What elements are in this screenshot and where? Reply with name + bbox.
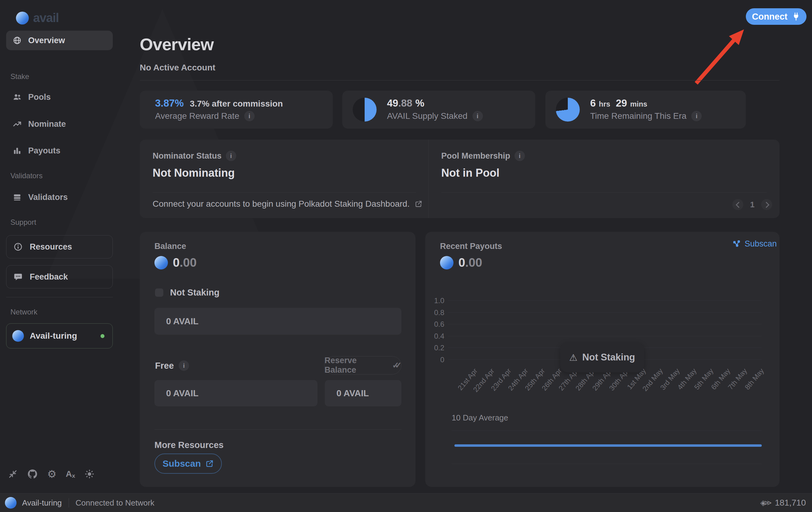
block-count: 181,710 (775, 498, 806, 508)
supply-staked-pie (353, 98, 377, 122)
github-icon[interactable] (27, 469, 38, 480)
external-link-icon[interactable] (414, 200, 423, 208)
balance-amount: 0 (173, 256, 179, 269)
chart-gridline (448, 336, 762, 336)
supply-staked-label: AVAIL Supply Staked (387, 111, 468, 121)
avail-logo-icon (16, 12, 29, 25)
subscan-button[interactable]: Subscan (154, 453, 222, 474)
sidebar-item-label: Resources (30, 242, 72, 252)
era-time-label: Time Remaining This Era (590, 111, 686, 121)
page-title: Overview (140, 34, 213, 54)
reserve-balance-bar: 0 AVAIL (325, 380, 401, 406)
chart-ytick: 1.0 (425, 296, 444, 305)
sidebar-item-resources[interactable]: Resources (6, 235, 113, 259)
sidebar-item-nominate[interactable]: Nominate (6, 114, 113, 134)
stat-card-era-time: 6 hrs 29 mins Time Remaining This Era i (545, 91, 746, 129)
reward-rate-value: 3.87% (155, 97, 184, 109)
sidebar-item-payouts[interactable]: Payouts (6, 141, 113, 160)
brand-wordmark: avail (33, 11, 59, 25)
bar-chart-icon (6, 146, 28, 155)
annotation-arrow (686, 24, 757, 91)
chart-gridline (448, 312, 762, 313)
staking-checkbox[interactable] (155, 289, 163, 297)
sidebar-item-label: Pools (28, 92, 51, 102)
era-hours: 6 (590, 97, 596, 109)
reward-rate-note: 3.7% after commission (190, 99, 283, 109)
reserve-balance-button[interactable]: Reserve Balance ✓✓ (324, 356, 401, 374)
pagination: 1 (732, 199, 772, 210)
network-selector[interactable]: Avail-turing (6, 323, 113, 349)
chart-ytick: 0 (425, 356, 444, 364)
chart-gridline (448, 300, 762, 301)
collapse-sidebar-icon[interactable] (8, 469, 18, 479)
sidebar-divider (6, 297, 113, 297)
not-staking-overlay: ⚠ Not Staking (560, 342, 644, 372)
sidebar-item-validators[interactable]: Validators (6, 187, 113, 207)
chart-gridline (448, 324, 762, 324)
next-page-button[interactable] (761, 199, 772, 210)
info-icon[interactable]: i (226, 151, 236, 161)
sidebar-item-feedback[interactable]: Feedback (6, 265, 113, 289)
chat-bubble-icon (6, 272, 30, 281)
sidebar-item-label: Feedback (30, 272, 68, 282)
prev-page-button[interactable] (732, 199, 743, 210)
bottom-status-bar: Avail-turing Connected to Network ◈≫ 181… (0, 493, 812, 512)
avail-network-icon (5, 497, 17, 509)
sidebar-item-label: Validators (28, 192, 68, 202)
not-staking-label: Not Staking (170, 288, 220, 298)
era-time-pie (556, 98, 580, 122)
active-account-status: No Active Account (140, 63, 215, 72)
supply-staked-value: 49 (387, 97, 398, 109)
globe-icon (6, 36, 28, 45)
network-name: Avail-turing (30, 331, 77, 341)
sidebar-item-overview[interactable]: Overview (6, 31, 113, 50)
info-icon[interactable]: i (244, 111, 255, 121)
chart-ytick: 0.2 (425, 343, 444, 352)
chart-ytick: 0.4 (425, 332, 444, 340)
nominator-status-value: Not Nominating (153, 167, 235, 179)
info-icon[interactable]: i (472, 111, 483, 121)
connect-button[interactable]: Connect (746, 8, 807, 25)
statusbar-network: Avail-turing (22, 498, 62, 508)
sidebar-heading-network: Network (0, 308, 37, 316)
connect-accounts-note: Connect your accounts to begin using Pol… (153, 199, 410, 209)
chart-ytick: 0.6 (425, 320, 444, 329)
sidebar-item-label: Payouts (28, 146, 60, 156)
nominator-status-label: Nominator Status (153, 151, 222, 161)
avail-token-icon (154, 256, 168, 269)
theme-brightness-icon[interactable] (84, 469, 95, 479)
header-divider (140, 80, 780, 81)
pool-membership-value: Not in Pool (441, 167, 499, 179)
sidebar-item-label: Nominate (28, 119, 66, 129)
page-number: 1 (750, 200, 754, 209)
staked-balance-bar: 0 AVAIL (154, 308, 401, 335)
plug-icon (792, 12, 800, 21)
warning-icon: ⚠ (569, 352, 577, 363)
connection-status: Connected to Network (76, 498, 154, 508)
free-balance-label: Free (155, 361, 174, 371)
sidebar-item-pools[interactable]: Pools (6, 87, 113, 107)
ten-day-average-label: 10 Day Average (452, 413, 508, 423)
sidebar-heading-support: Support (0, 218, 36, 227)
language-icon[interactable]: Ax (65, 469, 75, 479)
balance-card: Balance 0.00 Not Staking 0 AVAIL Free i … (140, 232, 415, 487)
info-icon[interactable]: i (691, 111, 702, 121)
stat-card-reward-rate: 3.87% 3.7% after commission Average Rewa… (140, 91, 333, 129)
more-resources-label: More Resources (154, 440, 224, 450)
era-mins: 29 (616, 97, 627, 109)
info-icon[interactable]: i (515, 151, 525, 161)
average-line (455, 444, 762, 447)
settings-gear-icon[interactable]: ⚙ (47, 468, 56, 480)
info-circle-icon (6, 242, 30, 251)
sidebar-heading-validators: Validators (0, 172, 42, 180)
stat-card-supply-staked: 49.88% AVAIL Supply Staked i (342, 91, 535, 129)
avail-network-icon (6, 330, 30, 342)
staking-status-card: Nominator Status i Not Nominating Pool M… (140, 140, 780, 218)
block-icon: ◈≫ (760, 499, 772, 507)
trending-up-icon (6, 119, 28, 129)
pool-membership-label: Pool Membership (441, 151, 510, 161)
info-icon[interactable]: i (179, 360, 189, 371)
sidebar: avail Overview Stake Pools Nominate (0, 0, 119, 493)
column-divider (428, 140, 429, 218)
layers-icon (6, 193, 28, 202)
